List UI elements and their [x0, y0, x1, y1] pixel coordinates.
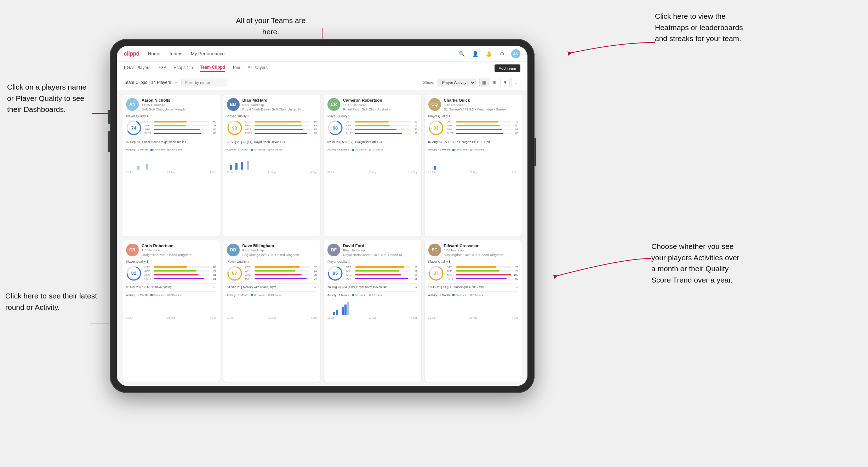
stats-bars-0: OTT60 APP58 ARG84 PUTT85 [144, 120, 216, 136]
player-card-2: CR Cameron Robertson 11:15 Handicap Roya… [324, 95, 421, 237]
tab-tour[interactable]: Tour [232, 65, 240, 72]
activities-annotation: Choose whether you see your players Acti… [651, 241, 739, 285]
players-name-annotation: Click on a players name or Player Qualit… [7, 81, 86, 115]
player-name-0[interactable]: Aaron Nicholls [142, 98, 189, 103]
score-circle-2[interactable]: 68 [327, 120, 343, 136]
heatmaps-annotation: Click here to view the Heatmaps or leade… [655, 11, 743, 44]
tab-all-players[interactable]: All Players [247, 65, 268, 72]
score-circle-4[interactable]: 82 [126, 266, 142, 281]
latest-round-2[interactable]: 02 Jul 23 | 59 (+17), Craigmillar Park G… [327, 138, 418, 144]
add-team-button[interactable]: Add Team [495, 64, 520, 72]
score-circle-6[interactable]: 85 [327, 266, 343, 281]
player-name-4[interactable]: Chris Robertson [142, 244, 191, 249]
ipad-frame: clippd Home Teams My Performance 🔍 👤 🔔 ⚙… [110, 39, 535, 393]
search-icon[interactable]: 🔍 [457, 50, 466, 58]
player-card-5: DB Dave Billingham Plus Handicap Sag Mai… [223, 240, 321, 382]
score-circle-5[interactable]: 87 [227, 266, 242, 281]
edit-icon[interactable]: ✏ [175, 80, 178, 85]
sub-tabs: PGAT Players PGA Hcaps 1-5 Team Clippd T… [117, 62, 527, 75]
ipad-screen: clippd Home Teams My Performance 🔍 👤 🔔 ⚙… [117, 46, 527, 386]
filter-button[interactable]: ▼ [501, 78, 510, 87]
player-card-6: DF David Ford Plus Handicap Royal North … [324, 240, 421, 382]
quality-label-0: Player Quality ℹ [126, 114, 216, 118]
player-card-7: EC Edward Crossman 1-5 Handicap Sunningd… [425, 240, 522, 382]
logo: clippd [124, 51, 139, 57]
list-view-button[interactable]: ⊞ [490, 78, 499, 87]
tab-pgat-players[interactable]: PGAT Players [124, 65, 150, 72]
player-card-0: AN Aaron Nicholls 11:15 Handicap Drift G… [122, 95, 220, 237]
tab-team-clippd[interactable]: Team Clippd [200, 65, 225, 72]
player-avatar-4: CR [126, 244, 139, 256]
team-header: Team Clippd | 14 Players ✏ Show: Player … [117, 75, 527, 90]
player-avatar-7: EC [428, 244, 441, 256]
avatar-icon[interactable]: AN [511, 49, 520, 58]
player-card-4: CR Chris Robertson 1-5 Handicap Craigmil… [122, 240, 220, 382]
player-search-input[interactable] [181, 79, 227, 86]
settings-icon[interactable]: ⚙ [498, 50, 506, 58]
player-name-2[interactable]: Cameron Robertson [343, 98, 390, 103]
team-title: Team Clippd | 14 Players [124, 80, 171, 85]
activity-section-0: Activity · 1 Month On course Off course [126, 146, 216, 173]
teams-annotation: All of your Teams are here. [227, 15, 315, 37]
player-name-1[interactable]: Blair McHarg [242, 98, 304, 103]
latest-round-4[interactable]: 03 Mar 23 | 19, Must make putting → [126, 283, 216, 289]
score-circle-1[interactable]: 93 [227, 120, 242, 136]
player-grid: AN Aaron Nicholls 11:15 Handicap Drift G… [117, 90, 527, 386]
player-info-0: Aaron Nicholls 11:15 Handicap Drift Golf… [142, 98, 189, 112]
player-name-7[interactable]: Edward Crossman [444, 244, 503, 249]
show-label: Show: [423, 80, 434, 85]
sort-button[interactable]: ↕ [511, 78, 520, 87]
nav-home[interactable]: Home [148, 51, 160, 56]
tab-pga[interactable]: PGA [158, 65, 166, 72]
heatmaps-arrow [566, 39, 658, 60]
score-circle-0[interactable]: 74 [126, 120, 142, 136]
player-avatar-0: AN [126, 98, 139, 111]
score-circle-3[interactable]: 83 [428, 120, 444, 136]
player-card-3: CQ Charlie Quick 6:10 Handicap St. Georg… [425, 95, 522, 237]
player-avatar-2: CR [327, 98, 340, 111]
nav-my-performance[interactable]: My Performance [191, 51, 224, 56]
latest-round-3[interactable]: 07 Aug 23 | 77 (+7), St George's Hill GC… [428, 138, 519, 144]
tab-hcaps[interactable]: Hcaps 1-5 [173, 65, 193, 72]
show-select[interactable]: Player Activity [438, 79, 476, 86]
latest-round-5[interactable]: 04 Sep 23 | Mobility with coach, Gym → [227, 283, 317, 289]
player-name-5[interactable]: Dave Billingham [242, 244, 299, 249]
profile-icon[interactable]: 👤 [471, 50, 479, 58]
latest-round-0[interactable]: 02 Sep 23 | Sunset round to get back int… [126, 138, 216, 144]
activities-arrow [552, 255, 655, 283]
nav-teams[interactable]: Teams [169, 51, 182, 56]
latest-round-7[interactable]: 18 Jul 23 | 74 (+4), Sunningdale GC - Ol… [428, 283, 519, 289]
view-toggle: ▦ ⊞ ▼ ↕ [479, 78, 520, 87]
player-card-1: BM Blair McHarg Plus Handicap Royal Nort… [223, 95, 321, 237]
nav-icons: 🔍 👤 🔔 ⚙ AN [457, 49, 520, 58]
score-circle-7[interactable]: 87 [428, 266, 444, 281]
player-avatar-1: BM [227, 98, 240, 111]
top-nav: clippd Home Teams My Performance 🔍 👤 🔔 ⚙… [117, 46, 527, 62]
player-avatar-5: DB [227, 244, 240, 256]
latest-round-1[interactable]: 26 Aug 23 | 73 (+1), Royal North Devon G… [227, 138, 317, 144]
grid-view-button[interactable]: ▦ [479, 78, 489, 87]
player-name-3[interactable]: Charlie Quick [444, 98, 509, 103]
player-club-0: Drift Golf Club, United Kingdom [142, 107, 189, 112]
player-handicap-0: 11:15 Handicap [142, 103, 189, 107]
player-name-6[interactable]: David Ford [343, 244, 405, 249]
player-avatar-6: DF [327, 244, 340, 256]
latest-round-annotation: Click here to see their latest round or … [5, 290, 97, 313]
latest-round-6[interactable]: 26 Aug 23 | 84 (+12), Royal North Devon … [327, 283, 418, 289]
player-avatar-3: CQ [428, 98, 441, 111]
notification-icon[interactable]: 🔔 [484, 50, 493, 58]
